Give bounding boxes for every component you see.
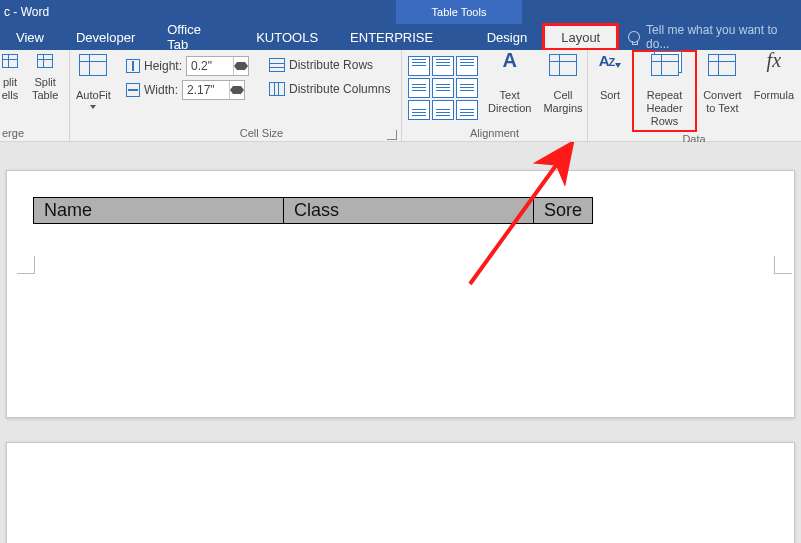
tell-me-search[interactable]: Tell me what you want to do... [618,24,801,50]
split-cells-icon [2,54,18,68]
width-input[interactable] [183,83,229,97]
lightbulb-icon [628,31,640,43]
group-data: AZ Sort Repeat Header Rows Convert to Te… [588,50,800,142]
split-cells-button[interactable]: plit ells [0,50,26,102]
ribbon-tabs: View Developer Office Tab KUTOOLS ENTERP… [0,24,801,50]
convert-to-text-button[interactable]: Convert to Text [697,50,748,115]
contextual-tab-title: Table Tools [396,0,522,24]
tab-design[interactable]: Design [471,24,543,50]
distribute-rows-button[interactable]: Distribute Rows [265,56,394,74]
document-table[interactable]: Name Class Sore [33,197,593,224]
width-label: Width: [144,83,178,97]
table-header-row[interactable]: Name Class Sore [34,198,593,224]
width-down[interactable] [230,90,244,99]
height-up[interactable] [234,57,248,66]
align-top-right[interactable] [456,56,478,76]
height-input[interactable] [187,59,233,73]
window-titlebar: c - Word Table Tools [0,0,801,24]
table-header-cell[interactable]: Class [284,198,534,224]
tell-me-placeholder: Tell me what you want to do... [646,23,801,51]
height-label: Height: [144,59,182,73]
distribute-rows-icon [269,58,285,72]
chevron-down-icon [90,105,96,109]
autofit-button[interactable]: AutoFit [70,50,117,109]
align-bottom-left[interactable] [408,100,430,120]
alignment-grid [402,50,482,120]
row-height-icon [126,59,140,73]
tab-office-tab[interactable]: Office Tab [151,24,240,50]
group-label-merge: erge [0,126,69,142]
align-top-center[interactable] [432,56,454,76]
autofit-icon [79,54,107,76]
tab-view[interactable]: View [0,24,60,50]
sort-button[interactable]: AZ Sort [588,50,632,102]
convert-to-text-icon [708,54,736,76]
distribute-columns-button[interactable]: Distribute Columns [265,80,394,98]
height-down[interactable] [234,66,248,75]
table-header-cell[interactable]: Name [34,198,284,224]
group-label-alignment: Alignment [402,126,587,142]
align-middle-left[interactable] [408,78,430,98]
group-label-cell-size: Cell Size [122,126,401,142]
align-bottom-right[interactable] [456,100,478,120]
page-1: Name Class Sore [6,170,795,418]
group-merge: plit ells Split Table erge [0,50,70,142]
page-margin-mark [774,256,792,274]
split-table-icon [37,54,53,68]
distribute-columns-icon [269,82,285,96]
align-middle-right[interactable] [456,78,478,98]
cell-size-dialog-launcher[interactable] [387,130,397,140]
align-middle-center[interactable] [432,78,454,98]
split-table-button[interactable]: Split Table [26,50,64,102]
document-area[interactable]: Name Class Sore [0,142,801,543]
height-spinner[interactable] [186,56,249,76]
align-top-left[interactable] [408,56,430,76]
repeat-header-rows-icon [651,54,679,76]
width-spinner[interactable] [182,80,245,100]
text-direction-button[interactable]: A Text Direction [482,50,537,115]
autofit-wrap: AutoFit [70,50,122,142]
width-up[interactable] [230,81,244,90]
group-cell-size: Height: Width: [122,50,402,142]
page-2 [6,442,795,543]
col-width-icon [126,83,140,97]
cell-margins-button[interactable]: Cell Margins [537,50,588,115]
ribbon: plit ells Split Table erge AutoFit [0,50,801,142]
page-margin-mark [17,256,35,274]
tab-layout[interactable]: Layout [543,24,618,50]
table-header-cell[interactable]: Sore [534,198,593,224]
group-alignment: A Text Direction Cell Margins Alignment [402,50,588,142]
align-bottom-center[interactable] [432,100,454,120]
tab-developer[interactable]: Developer [60,24,151,50]
repeat-header-rows-button[interactable]: Repeat Header Rows [632,50,697,132]
formula-icon: fx [758,54,790,86]
tab-kutools[interactable]: KUTOOLS [240,24,334,50]
text-direction-icon: A [494,54,526,86]
app-title: c - Word [0,5,49,19]
sort-icon: AZ [599,52,615,69]
tab-enterprise[interactable]: ENTERPRISE [334,24,449,50]
formula-button[interactable]: fx Formula [748,50,800,102]
cell-margins-icon [549,54,577,76]
